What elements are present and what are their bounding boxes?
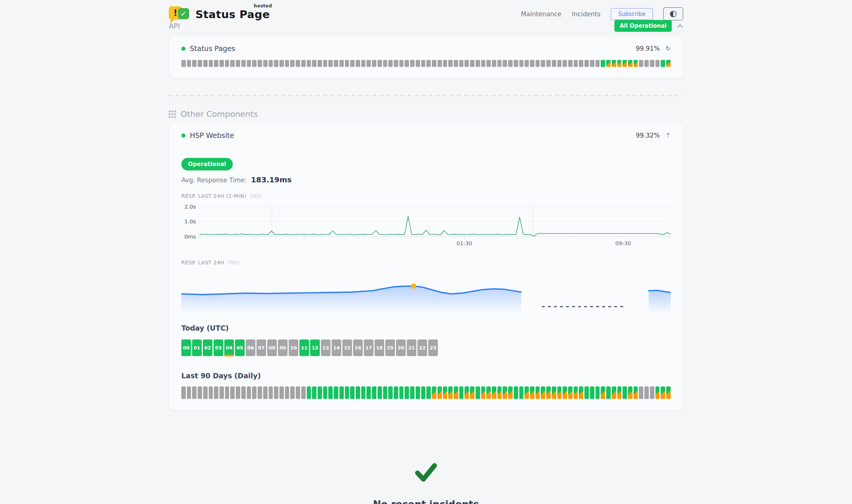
nav-incidents[interactable]: Incidents (572, 10, 600, 18)
uptime-bar[interactable] (546, 386, 551, 399)
hour-cell[interactable]: 22 (417, 339, 427, 356)
uptime-bar[interactable] (334, 60, 338, 67)
uptime-bar[interactable] (503, 386, 507, 399)
uptime-bar[interactable] (399, 386, 404, 399)
uptime-bar[interactable] (388, 386, 393, 399)
uptime-bar[interactable] (241, 386, 246, 399)
uptime-bar[interactable] (209, 386, 213, 399)
uptime-bar[interactable] (459, 60, 464, 67)
uptime-bar[interactable] (514, 60, 518, 67)
uptime-bar[interactable] (563, 60, 567, 67)
uptime-bar[interactable] (339, 60, 344, 67)
uptime-bar[interactable] (214, 386, 218, 399)
hour-cell[interactable]: 09 (278, 339, 288, 356)
uptime-bar[interactable] (372, 386, 376, 399)
uptime-bar[interactable] (323, 60, 328, 67)
uptime-bar[interactable] (574, 386, 578, 399)
uptime-bar[interactable] (241, 60, 246, 67)
uptime-bar[interactable] (285, 386, 289, 399)
uptime-bar[interactable] (503, 60, 507, 67)
uptime-bar[interactable] (601, 386, 605, 399)
uptime-bar[interactable] (247, 60, 251, 67)
uptime-bar[interactable] (584, 386, 589, 399)
uptime-bar[interactable] (443, 60, 447, 67)
uptime-bar[interactable] (644, 386, 649, 399)
uptime-bar[interactable] (214, 60, 218, 67)
uptime-bar[interactable] (623, 60, 627, 67)
uptime-bar[interactable] (486, 386, 491, 399)
uptime-bar[interactable] (378, 386, 382, 399)
nav-maintenance[interactable]: Maintenance (521, 10, 561, 18)
hour-cell[interactable]: 04 (224, 339, 234, 356)
uptime-bar[interactable] (318, 386, 322, 399)
uptime-bar[interactable] (426, 386, 431, 399)
uptime-bar[interactable] (443, 386, 447, 399)
uptime-bar[interactable] (416, 60, 420, 67)
uptime-bar[interactable] (366, 386, 371, 399)
hour-cell[interactable]: 08 (267, 339, 277, 356)
uptime-bar[interactable] (448, 60, 453, 67)
uptime-bar[interactable] (481, 60, 486, 67)
uptime-bar[interactable] (269, 60, 273, 67)
uptime-bar[interactable] (203, 386, 208, 399)
uptime-bar[interactable] (486, 60, 491, 67)
uptime-bar[interactable] (312, 60, 316, 67)
uptime-bar[interactable] (612, 60, 616, 67)
hour-cell[interactable]: 16 (353, 339, 363, 356)
uptime-bar[interactable] (655, 386, 660, 399)
uptime-bar[interactable] (181, 60, 186, 67)
uptime-bar[interactable] (590, 386, 594, 399)
uptime-bar[interactable] (541, 386, 545, 399)
uptime-bar[interactable] (307, 386, 311, 399)
uptime-bar[interactable] (230, 60, 235, 67)
collapse-chevron-up-icon[interactable] (677, 24, 683, 28)
uptime-bar[interactable] (296, 386, 300, 399)
uptime-bar[interactable] (388, 60, 393, 67)
hour-cell[interactable]: 19 (385, 339, 395, 356)
uptime-bar[interactable] (328, 386, 333, 399)
refresh-icon[interactable]: ↻ (666, 45, 671, 52)
uptime-bar[interactable] (437, 386, 442, 399)
uptime-bar[interactable] (617, 386, 622, 399)
hour-cell[interactable]: 10 (289, 339, 298, 356)
uptime-bar[interactable] (269, 386, 273, 399)
uptime-bar[interactable] (628, 386, 633, 399)
uptime-bar[interactable] (192, 60, 197, 67)
uptime-bar[interactable] (568, 60, 573, 67)
uptime-bar[interactable] (339, 386, 344, 399)
uptime-bar[interactable] (323, 386, 328, 399)
uptime-bar[interactable] (454, 60, 458, 67)
uptime-bar[interactable] (552, 60, 556, 67)
uptime-bar[interactable] (312, 386, 316, 399)
uptime-bar[interactable] (454, 386, 458, 399)
uptime-bar[interactable] (225, 60, 229, 67)
subscribe-button[interactable]: Subscribe (611, 8, 653, 20)
uptime-bar[interactable] (290, 60, 295, 67)
uptime-bar[interactable] (524, 386, 529, 399)
uptime-bar[interactable] (492, 60, 496, 67)
uptime-bar[interactable] (366, 60, 371, 67)
uptime-bar[interactable] (426, 60, 431, 67)
uptime-bar[interactable] (639, 60, 643, 67)
uptime-bar[interactable] (301, 60, 306, 67)
uptime-bar[interactable] (639, 386, 643, 399)
uptime-bar[interactable] (399, 60, 404, 67)
uptime-bar[interactable] (383, 60, 388, 67)
uptime-bar[interactable] (219, 386, 224, 399)
hour-cell[interactable]: 21 (407, 339, 416, 356)
uptime-bar[interactable] (209, 60, 213, 67)
uptime-bar[interactable] (405, 60, 409, 67)
uptime-bar[interactable] (541, 60, 545, 67)
uptime-bar[interactable] (606, 60, 611, 67)
hour-cell[interactable]: 13 (321, 339, 331, 356)
uptime-bar[interactable] (225, 386, 229, 399)
uptime-bar[interactable] (601, 60, 605, 67)
response-time-line-chart[interactable]: 2.0s1.0s0ms01:3009:30 (181, 203, 671, 251)
uptime-bar[interactable] (356, 386, 360, 399)
uptime-bar[interactable] (524, 60, 529, 67)
uptime-bar[interactable] (536, 386, 540, 399)
uptime-bar[interactable] (345, 386, 349, 399)
uptime-bar[interactable] (378, 60, 382, 67)
theme-toggle-button[interactable] (663, 7, 683, 20)
uptime-bar[interactable] (350, 60, 355, 67)
